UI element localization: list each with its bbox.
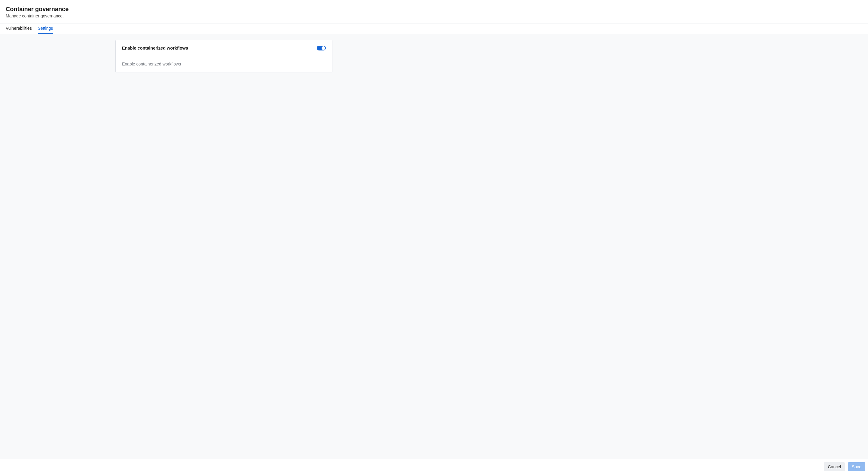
page-header: Container governance Manage container go… (0, 0, 868, 23)
page-title: Container governance (6, 5, 862, 13)
tab-vulnerabilities[interactable]: Vulnerabilities (6, 24, 32, 34)
content-area: Enable containerized workflows Enable co… (0, 34, 868, 459)
cancel-button[interactable]: Cancel (824, 462, 845, 471)
settings-card-header: Enable containerized workflows (116, 40, 332, 56)
save-button[interactable]: Save (848, 462, 865, 471)
tab-settings[interactable]: Settings (38, 24, 53, 34)
footer-bar: Cancel Save (0, 459, 868, 474)
enable-workflows-toggle[interactable] (317, 46, 326, 50)
enable-workflows-title: Enable containerized workflows (122, 46, 188, 50)
page-subtitle: Manage container governance. (6, 13, 862, 18)
settings-card-body: Enable containerized workflows (116, 56, 332, 72)
toggle-knob (321, 46, 325, 50)
settings-card: Enable containerized workflows Enable co… (116, 40, 333, 72)
tab-bar: Vulnerabilities Settings (0, 24, 868, 34)
